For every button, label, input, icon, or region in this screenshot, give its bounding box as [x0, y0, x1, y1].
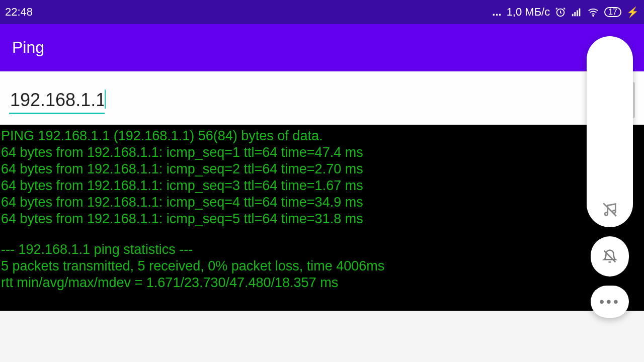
- svg-point-5: [593, 15, 594, 16]
- svg-rect-2: [575, 12, 576, 16]
- clock: 22:48: [5, 6, 33, 19]
- status-icons: ... 1,0 МБ/с 17 ⚡: [492, 6, 639, 19]
- charging-icon: ⚡: [626, 6, 639, 18]
- terminal-line: --- 192.168.1.1 ping statistics ---: [1, 241, 643, 258]
- wifi-icon: [587, 7, 599, 18]
- terminal-line: 64 bytes from 192.168.1.1: icmp_seq=5 tt…: [1, 211, 643, 227]
- bell-off-icon: [602, 249, 617, 264]
- terminal-line: rtt min/avg/max/mdev = 1.671/23.730/47.4…: [1, 275, 643, 291]
- status-bar: 22:48 ... 1,0 МБ/с 17 ⚡: [0, 0, 644, 24]
- text-cursor: [105, 89, 106, 109]
- battery-icon: 17: [604, 7, 621, 17]
- ip-input[interactable]: [9, 86, 105, 114]
- terminal-line: 5 packets transmitted, 5 received, 0% pa…: [1, 258, 643, 275]
- music-off-icon: [601, 201, 618, 218]
- more-button[interactable]: •••: [591, 286, 629, 318]
- signal-icon: [571, 7, 582, 18]
- screenshot-scroll-handle[interactable]: [587, 36, 633, 227]
- terminal-line: 64 bytes from 192.168.1.1: icmp_seq=1 tt…: [1, 144, 643, 161]
- svg-point-6: [605, 213, 608, 216]
- svg-rect-3: [577, 10, 578, 16]
- terminal-line: 64 bytes from 192.168.1.1: icmp_seq=4 tt…: [1, 194, 643, 211]
- menu-dots: ...: [492, 6, 501, 19]
- ping-output[interactable]: PING 192.168.1.1 (192.168.1.1) 56(84) by…: [0, 125, 644, 311]
- app-bar: Ping: [0, 24, 644, 71]
- side-floating-panel: •••: [587, 36, 633, 318]
- terminal-line: PING 192.168.1.1 (192.168.1.1) 56(84) by…: [1, 128, 643, 144]
- terminal-line: [1, 227, 643, 241]
- terminal-line: 64 bytes from 192.168.1.1: icmp_seq=3 tt…: [1, 177, 643, 194]
- more-icon: •••: [599, 295, 620, 309]
- svg-rect-1: [572, 14, 574, 17]
- input-row: [0, 71, 644, 125]
- svg-rect-4: [579, 9, 581, 17]
- notifications-off-button[interactable]: [591, 236, 629, 277]
- alarm-icon: [555, 7, 566, 18]
- terminal-line: 64 bytes from 192.168.1.1: icmp_seq=2 tt…: [1, 161, 643, 177]
- app-title: Ping: [12, 38, 44, 57]
- net-speed: 1,0 МБ/с: [507, 6, 550, 19]
